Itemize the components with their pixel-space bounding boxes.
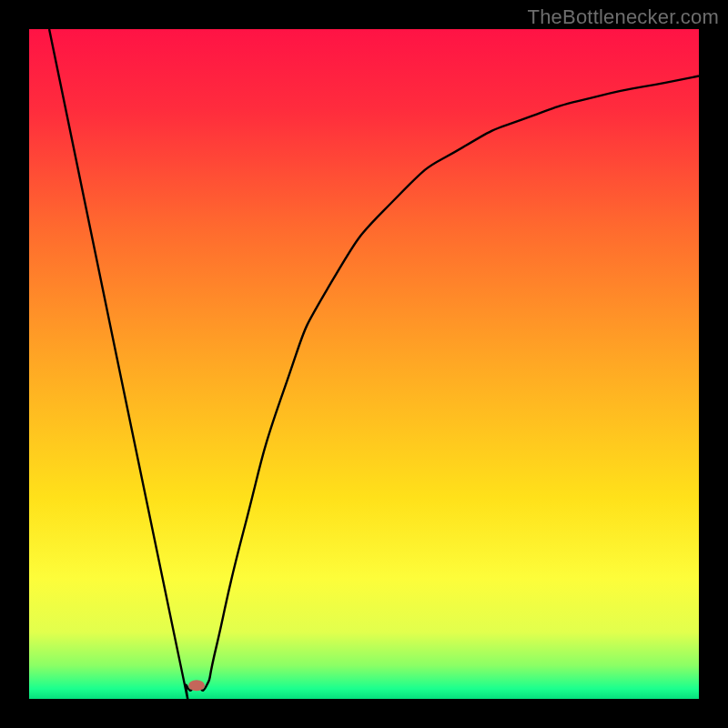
- chart-background: [29, 29, 699, 699]
- chart-frame: [29, 29, 699, 699]
- optimal-point-marker: [188, 680, 205, 691]
- chart-svg: [29, 29, 699, 699]
- watermark-text: TheBottleneсker.com: [528, 5, 719, 29]
